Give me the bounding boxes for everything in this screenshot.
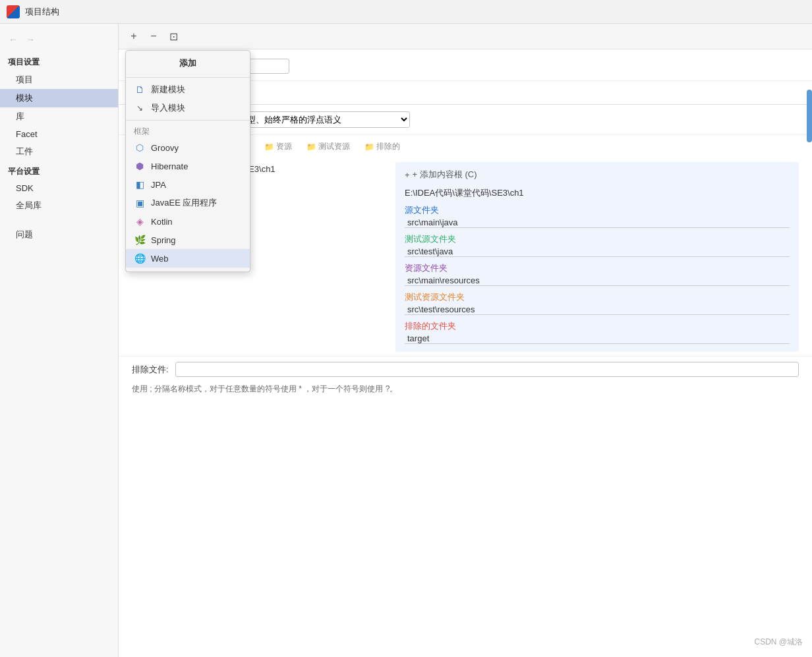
web-item[interactable]: 🌐 Web [126, 249, 250, 268]
add-button[interactable]: + [125, 28, 142, 45]
mark-test-resource-btn[interactable]: 📁 测试资源 [301, 139, 355, 154]
sidebar-item-project[interactable]: 项目 [0, 71, 118, 89]
hibernate-icon: ⬢ [134, 160, 146, 172]
add-content-root-label: + 添加内容根 (C) [413, 169, 477, 181]
source-folder-path: src\main\java [405, 217, 790, 228]
sidebar-item-library[interactable]: 库 [0, 107, 118, 126]
test-folder-type-label: 测试源文件夹 [405, 233, 790, 245]
new-module-item[interactable]: 🗋 新建模块 [126, 80, 250, 99]
sidebar-item-problems[interactable]: 问题 [0, 225, 118, 244]
sidebar-item-sdk[interactable]: SDK [0, 180, 118, 196]
add-icon: + [405, 170, 410, 180]
right-panel: + + 添加内容根 (C) E:\IDEA代码\课堂代码\SE3\ch1 源文件… [395, 162, 799, 352]
dropdown-divider-2 [126, 120, 250, 121]
app-logo [7, 5, 20, 18]
spring-label: Spring [151, 235, 176, 245]
mark-excluded-btn[interactable]: 📁 排除的 [359, 139, 405, 154]
sidebar-item-global-libs[interactable]: 全局库 [0, 196, 118, 215]
jpa-label: JPA [151, 180, 166, 190]
web-label: Web [151, 254, 169, 264]
main-layout: ← → 项目设置 项目 模块 库 Facet 工件 平台设置 SDK 全局库 问… [0, 24, 812, 657]
mark-resource-btn[interactable]: 📁 资源 [259, 139, 297, 154]
watermark: CSDN @城洛 [754, 637, 803, 648]
copy-button[interactable]: ⊡ [165, 28, 182, 45]
spring-icon: 🌿 [134, 234, 146, 246]
test-resource-folder-path: src\test\resources [405, 304, 790, 315]
nav-forward-button[interactable]: → [24, 33, 37, 46]
excluded-folder-type-label: 排除的文件夹 [405, 320, 790, 332]
import-module-item[interactable]: ↘ 导入模块 [126, 99, 250, 117]
hibernate-item[interactable]: ⬢ Hibernate [126, 157, 250, 175]
scroll-indicator[interactable] [807, 90, 812, 142]
content-area: + − ⊡ 添加 🗋 新建模块 ↘ 导入模块 框架 ⬡ Gr [119, 24, 812, 657]
mark-excluded-label: 排除的 [376, 141, 400, 152]
hint-text: 使用 ; 分隔名称模式，对于任意数量的符号使用 * ，对于一个符号则使用 ?。 [119, 382, 812, 401]
nav-arrows: ← → [0, 30, 118, 51]
add-dropdown-menu: 添加 🗋 新建模块 ↘ 导入模块 框架 ⬡ Groovy ⬢ [125, 50, 250, 272]
remove-button[interactable]: − [145, 28, 162, 45]
dropdown-title: 添加 [126, 55, 250, 74]
add-content-root-btn[interactable]: + + 添加内容根 (C) [405, 169, 790, 181]
exclusion-label: 排除文件: [132, 364, 169, 376]
javaee-item[interactable]: ▣ JavaEE 应用程序 [126, 194, 250, 212]
new-module-label: 新建模块 [151, 84, 185, 96]
kotlin-item[interactable]: ◈ Kotlin [126, 212, 250, 231]
spring-item[interactable]: 🌿 Spring [126, 231, 250, 249]
web-icon: 🌐 [134, 252, 146, 264]
exclusion-input[interactable] [175, 362, 799, 377]
exclusion-row: 排除文件: [119, 356, 812, 382]
jpa-icon: ◧ [134, 179, 146, 190]
test-resource-folder-type-label: 测试资源文件夹 [405, 291, 790, 303]
mark-test-resource-icon: 📁 [306, 142, 316, 152]
sidebar-item-facet[interactable]: Facet [0, 126, 118, 142]
source-folder-type-label: 源文件夹 [405, 204, 790, 216]
groovy-label: Groovy [151, 143, 179, 153]
new-module-icon: 🗋 [134, 84, 146, 96]
groovy-item[interactable]: ⬡ Groovy [126, 138, 250, 157]
mark-excluded-icon: 📁 [364, 142, 374, 152]
title-bar: 项目结构 [0, 0, 812, 24]
javaee-label: JavaEE 应用程序 [151, 197, 217, 209]
sidebar: ← → 项目设置 项目 模块 库 Facet 工件 平台设置 SDK 全局库 问… [0, 24, 119, 657]
test-folder-path: src\test\java [405, 246, 790, 257]
nav-back-button[interactable]: ← [7, 33, 20, 46]
jpa-item[interactable]: ◧ JPA [126, 175, 250, 194]
framework-section-label: 框架 [126, 123, 250, 138]
dropdown-divider-1 [126, 77, 250, 78]
mark-test-resource-label: 测试资源 [318, 141, 350, 152]
groovy-icon: ⬡ [134, 142, 146, 154]
javaee-icon: ▣ [134, 197, 146, 209]
module-toolbar: + − ⊡ 添加 🗋 新建模块 ↘ 导入模块 框架 ⬡ Gr [119, 24, 812, 49]
project-settings-header: 项目设置 [0, 51, 118, 71]
excluded-folder-path: target [405, 333, 790, 344]
sidebar-item-artifact[interactable]: 工件 [0, 142, 118, 161]
root-path-label: E:\IDEA代码\课堂代码\SE3\ch1 [405, 187, 790, 199]
import-module-label: 导入模块 [151, 102, 185, 114]
hibernate-label: Hibernate [151, 161, 188, 171]
title-text: 项目结构 [25, 6, 59, 18]
sidebar-item-module[interactable]: 模块 [0, 89, 118, 107]
platform-settings-header: 平台设置 [0, 161, 118, 180]
resource-folder-path: src\main\resources [405, 275, 790, 286]
kotlin-label: Kotlin [151, 217, 173, 227]
mark-resource-icon: 📁 [264, 142, 274, 152]
mark-resource-label: 资源 [276, 141, 292, 152]
kotlin-icon: ◈ [134, 215, 146, 227]
import-module-icon: ↘ [134, 102, 146, 114]
resource-folder-type-label: 资源文件夹 [405, 262, 790, 274]
